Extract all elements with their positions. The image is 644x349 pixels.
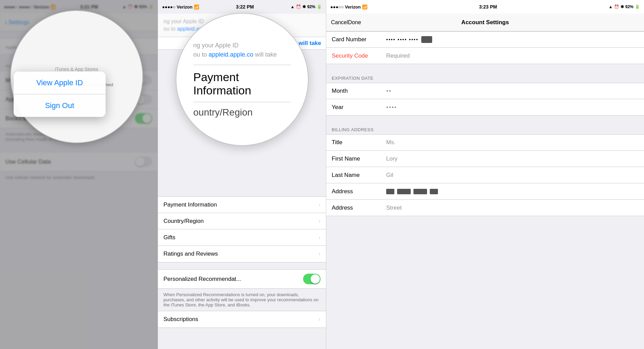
panel-3-account-settings: ●●●○○ Verizon 📶 3:23 PM ▲ ⏰ ✱ 92% 🔋 Canc…	[326, 0, 644, 349]
last-name-value: Gil	[386, 172, 639, 179]
personalized-desc-text: When Personalized Recommendations is tur…	[163, 292, 320, 307]
security-code-label: Security Code	[332, 52, 386, 59]
wifi-icon-3: 📶	[362, 4, 367, 10]
personalized-label: Personalized Recommendat...	[163, 276, 241, 283]
status-right-3: ▲ ⏰ ✱ 92% 🔋	[609, 4, 640, 9]
address-value-2: Street	[386, 204, 639, 211]
popup-overlay: iTunes & App Stores Payment Information …	[0, 0, 158, 349]
done-button-3[interactable]: Done	[348, 19, 361, 26]
address-label-2: Address	[332, 204, 386, 211]
subscriptions-row[interactable]: Subscriptions ›	[158, 311, 326, 328]
subscriptions-label: Subscriptions	[163, 316, 198, 323]
magnifier-hint-1: iTunes & App Stores	[55, 66, 98, 72]
address-row-2[interactable]: Address Street	[326, 200, 644, 216]
rows-below-magnifier: Payment Information › Country/Region › G…	[158, 196, 326, 328]
expiration-header: EXPIRATION DATE	[326, 71, 644, 83]
bluetooth-icon-2: ✱	[302, 4, 306, 9]
country-region-label: Country/Region	[163, 218, 204, 225]
magnifier-payment-text: Payment Information	[193, 71, 291, 97]
popup-box: View Apple ID Sign Out	[14, 72, 106, 117]
security-code-row[interactable]: Security Code Required	[326, 48, 644, 64]
card-last-four	[421, 36, 432, 43]
addr-block-2	[397, 189, 411, 194]
magnifier-content-2: ng your Apple ID ou to appleid.apple.co …	[176, 14, 308, 145]
account-settings-title: Account Settings	[461, 19, 509, 26]
address-label-1: Address	[332, 188, 386, 195]
panel-2-itunes-settings: ●●●●○ Verizon 📶 3:22 PM ▲ ⏰ ✱ 92% 🔋 ng y…	[158, 0, 326, 349]
ratings-reviews-row[interactable]: Ratings and Reviews ›	[158, 246, 326, 262]
address-row-1[interactable]: Address	[326, 183, 644, 200]
ratings-reviews-label: Ratings and Reviews	[163, 251, 218, 257]
account-settings-content: Card Number •••• •••• •••• Security Code…	[326, 31, 644, 349]
title-value: Ms.	[386, 139, 639, 146]
year-dots: ••••	[386, 104, 397, 110]
sign-out-button[interactable]: Sign Out	[14, 94, 106, 117]
personalized-toggle[interactable]	[303, 274, 320, 284]
year-value: ••••	[386, 104, 639, 111]
magnifier-link: appleid.apple.co	[209, 51, 253, 58]
first-name-value: Lory	[386, 155, 639, 162]
battery-icon-2: 🔋	[317, 4, 322, 9]
last-name-label: Last Name	[332, 172, 386, 179]
addr-block-3	[413, 189, 427, 194]
expiration-section: EXPIRATION DATE Month •• Year ••••	[326, 71, 644, 116]
magnifier-top: ng your Apple ID ou to appleid.apple.co …	[193, 41, 277, 59]
addr-block-4	[430, 189, 438, 194]
view-apple-id-button[interactable]: View Apple ID	[14, 72, 106, 94]
magnifier-sub-text: ountry/Region	[193, 107, 253, 118]
alarm-icon-3: ⏰	[614, 4, 619, 9]
personalized-description: When Personalized Recommendations is tur…	[158, 289, 326, 311]
magnifier-divider	[193, 65, 291, 65]
battery-icon-3: 🔋	[635, 4, 640, 9]
gifts-chevron: ›	[319, 234, 320, 241]
address-blocks	[386, 189, 438, 194]
magnifier-circle-2: ng your Apple ID ou to appleid.apple.co …	[176, 13, 309, 146]
country-region-row[interactable]: Country/Region ›	[158, 213, 326, 229]
year-row[interactable]: Year ••••	[326, 99, 644, 116]
gifts-row[interactable]: Gifts ›	[158, 229, 326, 246]
last-name-row[interactable]: Last Name Gil	[326, 167, 644, 183]
security-code-value: Required	[386, 52, 639, 59]
billing-header: BILLING ADDRESS	[326, 122, 644, 134]
payment-chevron: ›	[319, 202, 320, 208]
carrier-2: ●●●●○ Verizon	[162, 4, 192, 10]
magnifier-divider-2	[193, 102, 291, 102]
status-bar-2: ●●●●○ Verizon 📶 3:22 PM ▲ ⏰ ✱ 92% 🔋	[158, 0, 326, 14]
month-value: ••	[386, 88, 639, 94]
status-bar-3: ●●●○○ Verizon 📶 3:23 PM ▲ ⏰ ✱ 92% 🔋	[326, 0, 644, 14]
carrier-3: ●●●○○ Verizon	[330, 4, 361, 10]
personalized-section: Personalized Recommendat...	[158, 269, 326, 289]
card-number-value: •••• •••• ••••	[386, 36, 639, 43]
first-name-row[interactable]: First Name Lory	[326, 151, 644, 167]
payment-info-label: Payment Information	[163, 201, 217, 208]
payment-info-row[interactable]: Payment Information ›	[158, 197, 326, 213]
cancel-button[interactable]: Cancel	[331, 19, 348, 26]
card-number-label: Card Number	[332, 36, 386, 43]
wifi-icon-2: 📶	[194, 4, 199, 10]
card-number-row[interactable]: Card Number •••• •••• ••••	[326, 31, 644, 48]
addr-block-1	[386, 189, 394, 194]
location-icon-2: ▲	[290, 4, 295, 9]
card-dots: •••• •••• ••••	[386, 37, 419, 42]
status-left-2: ●●●●○ Verizon 📶	[162, 4, 199, 10]
year-label: Year	[332, 104, 386, 111]
payment-section: Card Number •••• •••• •••• Security Code…	[326, 31, 644, 64]
time-3: 3:23 PM	[479, 4, 497, 10]
first-name-label: First Name	[332, 155, 386, 162]
time-2: 3:22 PM	[236, 4, 254, 10]
panel2-rows: Payment Information › Country/Region › G…	[158, 196, 326, 262]
battery-2: 92%	[307, 4, 315, 9]
personalized-row[interactable]: Personalized Recommendat...	[158, 270, 326, 288]
title-row[interactable]: Title Ms.	[326, 134, 644, 151]
battery-3: 92%	[625, 4, 633, 9]
title-label: Title	[332, 139, 386, 146]
account-nav: Cancel Account Settings Done	[326, 14, 644, 31]
bluetooth-icon-3: ✱	[621, 4, 624, 9]
billing-section: BILLING ADDRESS Title Ms. First Name Lor…	[326, 122, 644, 216]
location-icon-3: ▲	[609, 4, 613, 9]
subscriptions-section: Subscriptions ›	[158, 311, 326, 328]
alarm-icon-2: ⏰	[296, 4, 301, 9]
month-row[interactable]: Month ••	[326, 83, 644, 99]
ratings-chevron: ›	[319, 251, 320, 257]
done-button-2[interactable]: will take	[299, 40, 321, 47]
